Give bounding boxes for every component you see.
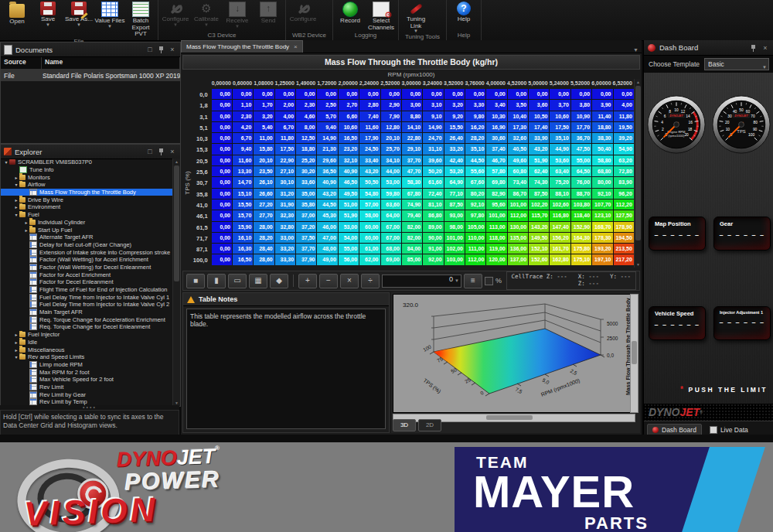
table-cell[interactable]: 0,00: [592, 89, 612, 99]
table-cell[interactable]: 17,70: [571, 122, 591, 132]
table-cell[interactable]: 147,40: [550, 222, 570, 232]
table-cell[interactable]: 0,00: [212, 100, 232, 110]
fill-right-button[interactable]: ▭: [228, 274, 247, 288]
table-cell[interactable]: 80,20: [465, 189, 485, 199]
table-cell[interactable]: 11,80: [614, 111, 634, 121]
table-cell[interactable]: 161,70: [550, 244, 570, 254]
table-cell[interactable]: 112,00: [508, 210, 528, 220]
col-header[interactable]: 3,76000: [465, 79, 485, 89]
table-cell[interactable]: 33,30: [275, 254, 295, 264]
row-header[interactable]: 87,1: [189, 244, 211, 254]
col-header[interactable]: 4,52000: [507, 79, 528, 89]
table-cell[interactable]: 91,00: [423, 244, 443, 254]
table-cell[interactable]: 9,40: [317, 122, 337, 132]
table-cell[interactable]: 16,50: [339, 133, 359, 143]
tab-mass-flow[interactable]: Mass Flow Through the Throttle Body ×: [181, 40, 303, 53]
table-cell[interactable]: 44,50: [317, 200, 337, 210]
tree-item-miscellaneous[interactable]: ▸Miscellaneous: [1, 346, 173, 353]
table-cell[interactable]: 135,00: [508, 233, 528, 243]
tree-item-environment[interactable]: ▸Environment: [1, 203, 173, 211]
table-cell[interactable]: 11,60: [233, 155, 253, 165]
col-header[interactable]: 5,24000: [550, 79, 570, 89]
table-cell[interactable]: 0,00: [212, 244, 232, 254]
row-header[interactable]: 71,7: [189, 234, 211, 244]
value-files-button[interactable]: Value Files▼: [94, 0, 125, 29]
divide-button[interactable]: ÷: [361, 274, 380, 288]
tree-item-tune-info[interactable]: Tune Info: [1, 166, 173, 174]
tree-item-drive-by-wire[interactable]: ▸Drive By Wire: [1, 196, 173, 203]
table-cell[interactable]: 88,70: [571, 189, 591, 199]
table-cell[interactable]: 12,80: [381, 122, 401, 132]
table-cell[interactable]: 7,90: [381, 111, 401, 121]
interpolate-button[interactable]: ▦: [249, 274, 267, 288]
table-cell[interactable]: 98,00: [444, 222, 465, 232]
table-cell[interactable]: 37,70: [402, 155, 422, 165]
col-header[interactable]: 5,00000: [528, 79, 549, 89]
table-cell[interactable]: 11,60: [359, 122, 380, 132]
table-cell[interactable]: 19,50: [614, 122, 634, 132]
table-cell[interactable]: 3,20: [444, 100, 465, 110]
table-cell[interactable]: 17,50: [550, 122, 570, 132]
row-header[interactable]: 20,5: [189, 156, 211, 166]
save-as--button[interactable]: Save As...▼: [63, 0, 94, 27]
set-value-button[interactable]: ■: [186, 274, 205, 288]
table-cell[interactable]: 127,50: [614, 210, 634, 220]
table-cell[interactable]: 58,30: [402, 177, 422, 187]
row-header[interactable]: 100,0: [189, 255, 211, 265]
row-header[interactable]: 61,5: [189, 223, 211, 233]
table-cell[interactable]: 25,70: [381, 144, 401, 154]
table-cell[interactable]: 53,20: [444, 166, 465, 176]
table-cell[interactable]: 118,00: [486, 233, 506, 243]
table-cell[interactable]: 31,90: [275, 200, 295, 210]
table-cell[interactable]: 137,00: [508, 254, 528, 264]
pin-icon[interactable]: [158, 45, 165, 54]
table-cell[interactable]: 82,00: [402, 222, 422, 232]
table-cell[interactable]: 63,60: [381, 200, 401, 210]
table-cell[interactable]: 0,00: [465, 89, 485, 99]
table-cell[interactable]: 6,60: [339, 111, 359, 121]
table-cell[interactable]: 85,00: [402, 254, 422, 264]
table-cell[interactable]: 15,70: [233, 210, 253, 220]
table-cell[interactable]: 95,60: [486, 200, 506, 210]
table-cell[interactable]: 37,90: [296, 254, 316, 264]
col-header[interactable]: 0,00000: [212, 79, 233, 89]
table-cell[interactable]: 26,10: [254, 177, 274, 187]
expander-icon[interactable]: ▾: [13, 182, 19, 187]
tree-item-main-target-afr[interactable]: Main Target AFR: [1, 309, 173, 316]
table-cell[interactable]: 45,30: [317, 210, 337, 220]
column-name[interactable]: Name: [42, 57, 180, 69]
table-cell[interactable]: 0,00: [296, 89, 316, 99]
table-cell[interactable]: 96,20: [614, 189, 634, 199]
table-cell[interactable]: 43,20: [359, 166, 380, 176]
table-cell[interactable]: 168,70: [592, 222, 612, 232]
table-cell[interactable]: 76,00: [571, 177, 591, 187]
table-cell[interactable]: 36,50: [317, 166, 337, 176]
table-cell[interactable]: 72,80: [614, 166, 634, 176]
table-cell[interactable]: 28,00: [254, 222, 274, 232]
table-cell[interactable]: 1,70: [254, 100, 274, 110]
expander-icon[interactable]: ▸: [23, 227, 29, 233]
table-cell[interactable]: 64,00: [381, 210, 401, 220]
table-cell[interactable]: 152,10: [529, 244, 549, 254]
table-cell[interactable]: 112,00: [465, 254, 485, 264]
table-cell[interactable]: 14,70: [233, 177, 253, 187]
minus-button[interactable]: −: [319, 274, 338, 288]
table-cell[interactable]: 105,00: [465, 222, 485, 232]
batch-export-pvt-button[interactable]: Batch Export PVT: [125, 0, 156, 38]
table-cell[interactable]: 152,90: [571, 222, 591, 232]
table-cell[interactable]: 178,90: [614, 222, 634, 232]
table-cell[interactable]: 217,20: [614, 254, 634, 264]
table-cell[interactable]: 87,50: [444, 200, 465, 210]
table-cell[interactable]: 120,00: [486, 254, 506, 264]
table-cell[interactable]: 40,50: [508, 144, 528, 154]
table-cell[interactable]: 6,70: [275, 122, 295, 132]
table-cell[interactable]: 0,00: [317, 89, 337, 99]
table-cell[interactable]: 3,80: [571, 100, 591, 110]
table-cell[interactable]: 44,00: [381, 166, 401, 176]
table-cell[interactable]: 90,00: [423, 233, 443, 243]
table-cell[interactable]: 87,50: [529, 189, 549, 199]
tree-item-fuel[interactable]: ▾Fuel: [1, 211, 173, 219]
table-cell[interactable]: 33,20: [275, 244, 295, 254]
table-cell[interactable]: 11,00: [254, 133, 274, 143]
tab-list-chevron-icon[interactable]: ▼: [633, 47, 642, 53]
